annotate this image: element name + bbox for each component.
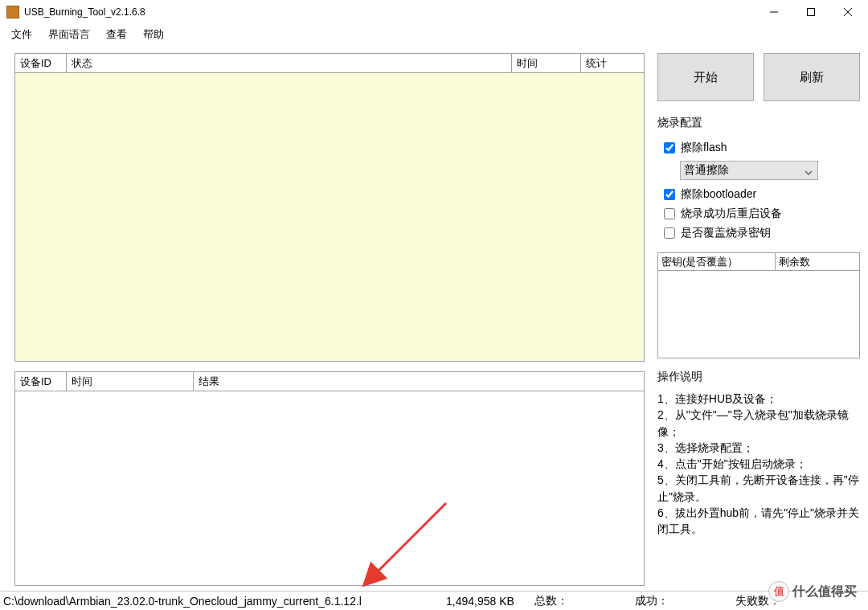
- devices-table-header: 设备ID 状态 时间 统计: [15, 54, 644, 73]
- status-total: 总数：: [534, 594, 635, 608]
- menu-view[interactable]: 查看: [98, 26, 135, 43]
- instruction-line: 5、关闭工具前，先断开设备连接，再"停止"烧录。: [657, 472, 860, 505]
- col-result-time[interactable]: 时间: [67, 372, 194, 391]
- menu-help[interactable]: 帮助: [135, 26, 172, 43]
- col-device-id[interactable]: 设备ID: [15, 54, 67, 72]
- col-state[interactable]: 状态: [67, 54, 512, 72]
- instruction-line: 3、选择烧录配置；: [657, 440, 860, 456]
- instruction-line: 1、连接好HUB及设备；: [657, 391, 860, 407]
- start-button[interactable]: 开始: [657, 53, 754, 101]
- status-image-size: 1,494,958 KB: [446, 595, 534, 608]
- col-result-device-id[interactable]: 设备ID: [15, 372, 67, 391]
- left-column: 设备ID 状态 时间 统计 设备ID 时间 结果: [14, 53, 645, 586]
- minimize-button[interactable]: [755, 0, 792, 24]
- col-time[interactable]: 时间: [512, 54, 581, 72]
- erase-bootloader-checkbox[interactable]: 擦除bootloader: [661, 186, 860, 203]
- watermark: 值 什么值得买: [768, 581, 857, 602]
- config-title: 烧录配置: [657, 116, 860, 130]
- status-image-path: C:\download\Armbian_23.02.0-trunk_Oneclo…: [0, 595, 446, 608]
- key-col-key[interactable]: 密钥(是否覆盖）: [658, 253, 776, 270]
- instruction-line: 2、从"文件"—"导入烧录包"加载烧录镜像；: [657, 407, 860, 440]
- col-result[interactable]: 结果: [194, 372, 644, 391]
- overwrite-key-checkbox[interactable]: 是否覆盖烧录密钥: [661, 225, 860, 241]
- instruction-line: 6、拔出外置hub前，请先"停止"烧录并关闭工具。: [657, 505, 860, 538]
- erase-mode-value: 普通擦除: [684, 163, 729, 178]
- instruction-line: 4、点击"开始"按钮启动烧录；: [657, 456, 860, 472]
- watermark-badge: 值: [768, 581, 789, 602]
- instructions-title: 操作说明: [657, 370, 860, 384]
- title-bar: USB_Burning_Tool_v2.1.6.8: [0, 0, 868, 24]
- erase-mode-dropdown[interactable]: 普通擦除: [680, 161, 818, 180]
- close-button[interactable]: [829, 0, 866, 24]
- window-title: USB_Burning_Tool_v2.1.6.8: [24, 6, 755, 18]
- devices-table-body: [15, 73, 644, 361]
- menu-file[interactable]: 文件: [3, 26, 40, 43]
- erase-flash-checkbox[interactable]: 擦除flash: [661, 140, 860, 156]
- chevron-down-icon: [805, 166, 813, 179]
- menu-bar: 文件 界面语言 查看 帮助: [0, 24, 868, 45]
- key-table: 密钥(是否覆盖） 剩余数: [657, 252, 860, 358]
- results-table: 设备ID 时间 结果: [14, 371, 645, 586]
- status-bar: C:\download\Armbian_23.02.0-trunk_Oneclo…: [0, 591, 868, 610]
- menu-language[interactable]: 界面语言: [40, 26, 98, 43]
- results-table-header: 设备ID 时间 结果: [15, 372, 644, 391]
- svg-rect-1: [808, 9, 815, 16]
- watermark-text: 什么值得买: [792, 583, 857, 600]
- col-stat[interactable]: 统计: [581, 54, 644, 72]
- config-panel: 擦除flash 普通擦除 擦除bootloader 烧录成功后重启设备 是否覆盖…: [657, 138, 860, 246]
- key-col-remain[interactable]: 剩余数: [776, 253, 859, 270]
- app-icon: [6, 6, 19, 18]
- status-success: 成功：: [635, 594, 735, 608]
- right-column: 开始 刷新 烧录配置 擦除flash 普通擦除 擦除bootloader 烧录成…: [657, 53, 860, 586]
- instructions-body: 1、连接好HUB及设备； 2、从"文件"—"导入烧录包"加载烧录镜像； 3、选择…: [657, 391, 860, 586]
- refresh-button[interactable]: 刷新: [764, 53, 860, 101]
- reboot-after-checkbox[interactable]: 烧录成功后重启设备: [661, 206, 860, 222]
- maximize-button[interactable]: [792, 0, 829, 24]
- results-table-body: [15, 391, 644, 585]
- devices-table: 设备ID 状态 时间 统计: [14, 53, 645, 362]
